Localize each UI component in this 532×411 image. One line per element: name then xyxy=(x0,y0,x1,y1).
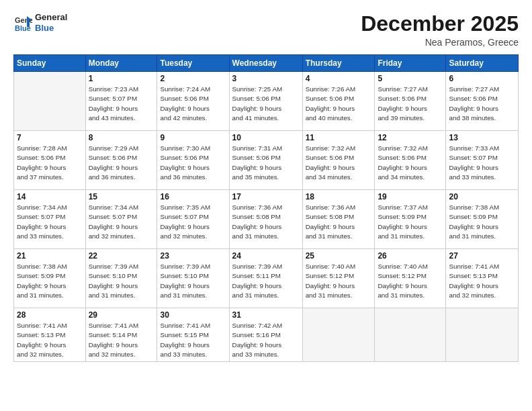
calendar-cell-1-5: 4Sunrise: 7:26 AMSunset: 5:06 PMDaylight… xyxy=(302,72,375,131)
calendar-cell-2-2: 8Sunrise: 7:29 AMSunset: 5:06 PMDaylight… xyxy=(85,131,157,190)
day-number: 12 xyxy=(378,133,443,142)
day-number: 8 xyxy=(89,133,154,142)
calendar-cell-2-4: 10Sunrise: 7:31 AMSunset: 5:06 PMDayligh… xyxy=(229,131,302,190)
day-info: Sunrise: 7:38 AMSunset: 5:09 PMDaylight:… xyxy=(17,262,83,300)
day-info: Sunrise: 7:38 AMSunset: 5:09 PMDaylight:… xyxy=(449,203,515,241)
day-number: 13 xyxy=(449,133,515,142)
calendar-cell-3-5: 18Sunrise: 7:36 AMSunset: 5:08 PMDayligh… xyxy=(302,190,375,249)
calendar-cell-1-2: 1Sunrise: 7:23 AMSunset: 5:07 PMDaylight… xyxy=(85,72,157,131)
calendar-cell-4-3: 23Sunrise: 7:39 AMSunset: 5:10 PMDayligh… xyxy=(157,249,229,308)
page: General Blue General Blue December 2025 … xyxy=(0,0,532,411)
calendar-cell-5-6 xyxy=(375,308,446,362)
calendar-cell-5-7 xyxy=(446,308,519,362)
week-row-3: 14Sunrise: 7:34 AMSunset: 5:07 PMDayligh… xyxy=(14,190,519,249)
day-info: Sunrise: 7:39 AMSunset: 5:10 PMDaylight:… xyxy=(160,262,226,300)
calendar-cell-4-5: 25Sunrise: 7:40 AMSunset: 5:12 PMDayligh… xyxy=(302,249,375,308)
calendar-cell-1-7: 6Sunrise: 7:27 AMSunset: 5:06 PMDaylight… xyxy=(446,72,519,131)
day-info: Sunrise: 7:32 AMSunset: 5:06 PMDaylight:… xyxy=(306,144,372,182)
day-number: 16 xyxy=(160,192,226,201)
calendar-cell-3-1: 14Sunrise: 7:34 AMSunset: 5:07 PMDayligh… xyxy=(14,190,86,249)
day-number: 26 xyxy=(378,251,443,261)
day-number: 28 xyxy=(17,310,83,320)
day-info: Sunrise: 7:36 AMSunset: 5:08 PMDaylight:… xyxy=(306,203,372,241)
day-number: 23 xyxy=(160,251,226,261)
day-info: Sunrise: 7:23 AMSunset: 5:07 PMDaylight:… xyxy=(89,85,154,123)
calendar-cell-3-7: 20Sunrise: 7:38 AMSunset: 5:09 PMDayligh… xyxy=(446,190,519,249)
day-info: Sunrise: 7:25 AMSunset: 5:06 PMDaylight:… xyxy=(232,85,300,123)
calendar-cell-2-5: 11Sunrise: 7:32 AMSunset: 5:06 PMDayligh… xyxy=(302,131,375,190)
calendar-cell-1-1 xyxy=(14,72,86,131)
day-number: 9 xyxy=(160,133,226,142)
day-info: Sunrise: 7:28 AMSunset: 5:06 PMDaylight:… xyxy=(17,144,83,182)
calendar-cell-5-4: 31Sunrise: 7:42 AMSunset: 5:16 PMDayligh… xyxy=(229,308,302,362)
weekday-header-thursday: Thursday xyxy=(302,55,375,72)
week-row-5: 28Sunrise: 7:41 AMSunset: 5:13 PMDayligh… xyxy=(14,308,519,362)
day-info: Sunrise: 7:34 AMSunset: 5:07 PMDaylight:… xyxy=(17,203,83,241)
day-info: Sunrise: 7:29 AMSunset: 5:06 PMDaylight:… xyxy=(89,144,154,182)
day-info: Sunrise: 7:37 AMSunset: 5:09 PMDaylight:… xyxy=(378,203,443,241)
day-number: 18 xyxy=(306,192,372,201)
weekday-header-tuesday: Tuesday xyxy=(157,55,229,72)
calendar-cell-5-3: 30Sunrise: 7:41 AMSunset: 5:15 PMDayligh… xyxy=(157,308,229,362)
calendar-cell-5-2: 29Sunrise: 7:41 AMSunset: 5:14 PMDayligh… xyxy=(85,308,157,362)
day-info: Sunrise: 7:39 AMSunset: 5:10 PMDaylight:… xyxy=(89,262,154,300)
day-number: 15 xyxy=(89,192,154,201)
weekday-header-wednesday: Wednesday xyxy=(229,55,302,72)
weekday-header-sunday: Sunday xyxy=(14,55,86,72)
day-number: 2 xyxy=(160,74,226,83)
day-number: 4 xyxy=(306,74,372,83)
day-info: Sunrise: 7:27 AMSunset: 5:06 PMDaylight:… xyxy=(449,85,515,123)
logo-text: General Blue xyxy=(35,12,67,33)
day-number: 21 xyxy=(17,251,83,261)
day-info: Sunrise: 7:32 AMSunset: 5:06 PMDaylight:… xyxy=(378,144,443,182)
calendar-cell-4-4: 24Sunrise: 7:39 AMSunset: 5:11 PMDayligh… xyxy=(229,249,302,308)
weekday-header-friday: Friday xyxy=(375,55,446,72)
logo: General Blue General Blue xyxy=(13,12,67,33)
day-number: 11 xyxy=(306,133,372,142)
calendar-cell-1-4: 3Sunrise: 7:25 AMSunset: 5:06 PMDaylight… xyxy=(229,72,302,131)
day-info: Sunrise: 7:24 AMSunset: 5:06 PMDaylight:… xyxy=(160,85,226,123)
calendar-cell-3-4: 17Sunrise: 7:36 AMSunset: 5:08 PMDayligh… xyxy=(229,190,302,249)
day-number: 14 xyxy=(17,192,83,201)
weekday-header-saturday: Saturday xyxy=(446,55,519,72)
day-info: Sunrise: 7:26 AMSunset: 5:06 PMDaylight:… xyxy=(306,85,372,123)
day-info: Sunrise: 7:27 AMSunset: 5:06 PMDaylight:… xyxy=(378,85,443,123)
day-number: 17 xyxy=(232,192,300,201)
day-info: Sunrise: 7:34 AMSunset: 5:07 PMDaylight:… xyxy=(89,203,154,241)
day-number: 25 xyxy=(306,251,372,261)
week-row-2: 7Sunrise: 7:28 AMSunset: 5:06 PMDaylight… xyxy=(14,131,519,190)
calendar-cell-4-7: 27Sunrise: 7:41 AMSunset: 5:13 PMDayligh… xyxy=(446,249,519,308)
day-info: Sunrise: 7:41 AMSunset: 5:15 PMDaylight:… xyxy=(160,321,226,359)
day-number: 22 xyxy=(89,251,154,261)
day-number: 6 xyxy=(449,74,515,83)
day-info: Sunrise: 7:39 AMSunset: 5:11 PMDaylight:… xyxy=(232,262,300,300)
day-number: 3 xyxy=(232,74,300,83)
calendar-cell-4-6: 26Sunrise: 7:40 AMSunset: 5:12 PMDayligh… xyxy=(375,249,446,308)
title-area: December 2025 Nea Peramos, Greece xyxy=(361,12,519,48)
day-info: Sunrise: 7:36 AMSunset: 5:08 PMDaylight:… xyxy=(232,203,300,241)
calendar-cell-2-7: 13Sunrise: 7:33 AMSunset: 5:07 PMDayligh… xyxy=(446,131,519,190)
calendar-cell-1-3: 2Sunrise: 7:24 AMSunset: 5:06 PMDaylight… xyxy=(157,72,229,131)
calendar-cell-2-6: 12Sunrise: 7:32 AMSunset: 5:06 PMDayligh… xyxy=(375,131,446,190)
calendar-cell-1-6: 5Sunrise: 7:27 AMSunset: 5:06 PMDaylight… xyxy=(375,72,446,131)
calendar-cell-2-1: 7Sunrise: 7:28 AMSunset: 5:06 PMDaylight… xyxy=(14,131,86,190)
calendar-cell-4-1: 21Sunrise: 7:38 AMSunset: 5:09 PMDayligh… xyxy=(14,249,86,308)
day-number: 31 xyxy=(232,310,300,320)
day-info: Sunrise: 7:30 AMSunset: 5:06 PMDaylight:… xyxy=(160,144,226,182)
weekday-header-monday: Monday xyxy=(85,55,157,72)
month-title: December 2025 xyxy=(361,12,519,36)
subtitle: Nea Peramos, Greece xyxy=(361,37,519,48)
logo-icon: General Blue xyxy=(13,13,32,32)
day-number: 7 xyxy=(17,133,83,142)
day-info: Sunrise: 7:42 AMSunset: 5:16 PMDaylight:… xyxy=(232,321,300,359)
calendar-cell-2-3: 9Sunrise: 7:30 AMSunset: 5:06 PMDaylight… xyxy=(157,131,229,190)
day-number: 19 xyxy=(378,192,443,201)
day-info: Sunrise: 7:35 AMSunset: 5:07 PMDaylight:… xyxy=(160,203,226,241)
calendar-cell-4-2: 22Sunrise: 7:39 AMSunset: 5:10 PMDayligh… xyxy=(85,249,157,308)
day-info: Sunrise: 7:31 AMSunset: 5:06 PMDaylight:… xyxy=(232,144,300,182)
calendar-table: SundayMondayTuesdayWednesdayThursdayFrid… xyxy=(13,54,519,362)
calendar-cell-3-2: 15Sunrise: 7:34 AMSunset: 5:07 PMDayligh… xyxy=(85,190,157,249)
day-info: Sunrise: 7:41 AMSunset: 5:13 PMDaylight:… xyxy=(17,321,83,359)
day-number: 10 xyxy=(232,133,300,142)
week-row-4: 21Sunrise: 7:38 AMSunset: 5:09 PMDayligh… xyxy=(14,249,519,308)
